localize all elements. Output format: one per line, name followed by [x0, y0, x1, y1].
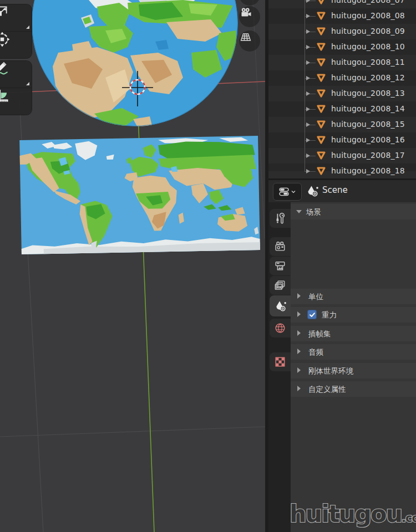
outliner-item[interactable]: huitugou_2008_11 [268, 55, 416, 70]
mesh-data-icon [316, 135, 327, 145]
watermark-logo: huitugou.com [290, 500, 416, 528]
outliner-item[interactable]: huitugou_2008_12 [268, 70, 416, 86]
panel-title: 插帧集 [308, 329, 331, 339]
mesh-data-icon [316, 120, 327, 130]
panel-collapsed-icon [297, 349, 301, 354]
properties-content: 场景 单位 重力 插帧集 音频 [291, 202, 416, 532]
tab-view-layer[interactable] [270, 276, 291, 295]
tool-icon [274, 212, 286, 224]
outliner-item[interactable]: huitugou_2008_17 [268, 148, 416, 163]
outliner-item-label: huitugou_2008_13 [331, 89, 405, 98]
mesh-data-icon [316, 104, 327, 114]
camera-icon [239, 6, 252, 19]
chevron-down-icon [291, 189, 296, 195]
outliner-item[interactable]: huitugou_2008_09 [268, 24, 416, 39]
outliner-item-label: huitugou_2008_17 [331, 151, 405, 160]
outliner-item[interactable]: huitugou_2008_18 [268, 163, 416, 178]
expand-arrow-icon[interactable] [306, 29, 310, 34]
tab-world[interactable] [270, 319, 291, 337]
mesh-data-icon [316, 0, 327, 6]
3d-viewport[interactable] [0, 0, 265, 532]
transform-tool-button[interactable] [0, 31, 32, 58]
tab-tool[interactable] [270, 209, 291, 228]
panel-title: 自定义属性 [308, 385, 346, 395]
camera-view-button[interactable] [239, 6, 260, 27]
outliner-item-label: huitugou_2008_12 [331, 73, 405, 82]
outliner-item[interactable]: huitugou_2008_07 [268, 0, 416, 8]
expand-arrow-icon[interactable] [306, 138, 310, 142]
breadcrumb[interactable]: Scene [322, 185, 348, 195]
panel-collapsed-icon [297, 293, 301, 299]
outliner-item-label: huitugou_2008_09 [331, 27, 405, 35]
check-icon [309, 311, 316, 318]
panel-keying-sets[interactable]: 插帧集 [291, 326, 416, 341]
expand-arrow-icon[interactable] [306, 169, 310, 173]
toolbar-group-transform [0, 4, 32, 58]
expand-arrow-icon[interactable] [306, 14, 310, 18]
expand-arrow-icon[interactable] [306, 107, 310, 111]
earth-globe[interactable] [32, 0, 238, 129]
view-layer-icon [274, 279, 286, 291]
scale-tool-button[interactable] [0, 4, 32, 31]
panel-audio[interactable]: 音频 [291, 344, 416, 360]
outliner-item[interactable]: huitugou_2008_08 [268, 8, 416, 24]
outliner-item-label: huitugou_2008_11 [331, 58, 405, 66]
mesh-data-icon [316, 42, 327, 52]
expand-arrow-icon[interactable] [306, 45, 310, 49]
world-map-plane[interactable] [19, 136, 260, 254]
mesh-data-icon [316, 73, 327, 83]
measure-icon [0, 88, 10, 104]
panel-gravity[interactable]: 重力 [291, 307, 416, 323]
panel-collapsed-icon [297, 311, 301, 317]
panel-units[interactable]: 单位 [291, 289, 416, 304]
mesh-data-icon [316, 58, 327, 68]
outliner-item-label: huitugou_2008_10 [331, 42, 405, 51]
world-icon [274, 322, 286, 334]
expand-arrow-icon[interactable] [306, 76, 310, 80]
scene-icon [306, 185, 319, 198]
outliner-item[interactable]: huitugou_2008_16 [268, 132, 416, 148]
tab-scene[interactable] [270, 295, 292, 316]
panel-collapsed-icon [297, 367, 301, 373]
scene-panel-header[interactable]: 场景 [291, 204, 416, 219]
blender-window: huitugou_2008_07 huitugou_2008_08 huitug… [0, 0, 416, 532]
outliner-item-label: huitugou_2008_16 [331, 135, 405, 144]
panel-title: 场景 [306, 207, 321, 217]
expand-arrow-icon[interactable] [306, 154, 310, 158]
measure-tool-button[interactable] [0, 88, 32, 115]
grid-line-horizontal [0, 427, 265, 437]
expand-arrow-icon[interactable] [306, 122, 310, 127]
panel-title: 单位 [308, 292, 323, 302]
output-icon [274, 260, 286, 272]
expand-arrow-icon[interactable] [306, 0, 310, 3]
panel-collapsed-icon [297, 330, 301, 336]
outliner-item-label: huitugou_2008_15 [331, 120, 405, 129]
outliner-item[interactable]: huitugou_2008_15 [268, 117, 416, 132]
outliner-item[interactable]: huitugou_2008_10 [268, 39, 416, 55]
panel-title: 重力 [322, 310, 337, 320]
editor-type-button[interactable] [273, 183, 302, 201]
panel-custom-properties[interactable]: 自定义属性 [291, 381, 416, 397]
submenu-corner-icon [26, 25, 29, 29]
scene-icon [275, 300, 287, 313]
toolbar-group-annotate [0, 61, 32, 115]
toggle-grid-button[interactable] [239, 30, 260, 52]
tab-output[interactable] [270, 257, 291, 275]
outliner-item-label: huitugou_2008_07 [331, 0, 405, 4]
tab-render[interactable] [270, 237, 291, 256]
texture-icon [274, 356, 286, 368]
annotate-tool-button[interactable] [0, 61, 32, 88]
transform-icon [0, 32, 10, 47]
outliner-item[interactable]: huitugou_2008_14 [268, 101, 416, 117]
properties-panel: Scene [268, 180, 416, 532]
mesh-data-icon [316, 89, 327, 99]
outliner-item[interactable]: huitugou_2008_13 [268, 86, 416, 101]
mesh-data-icon [316, 27, 327, 37]
mesh-data-icon [316, 166, 327, 176]
gravity-checkbox[interactable] [307, 310, 317, 319]
tab-texture[interactable] [270, 352, 291, 371]
render-icon [274, 241, 286, 253]
expand-arrow-icon[interactable] [306, 91, 310, 96]
expand-arrow-icon[interactable] [306, 60, 310, 65]
panel-rigid-body-world[interactable]: 刚体世界环境 [291, 363, 416, 378]
